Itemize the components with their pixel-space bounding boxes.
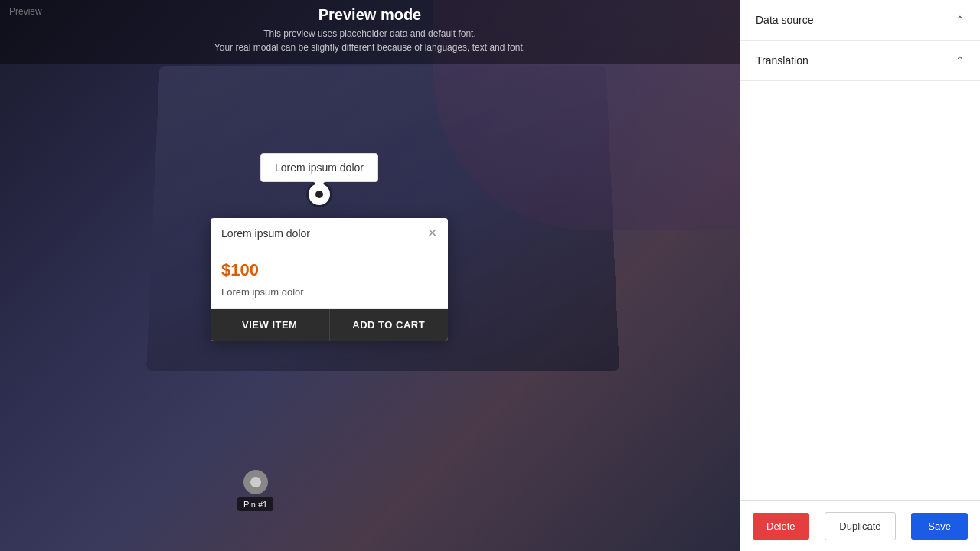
translation-section: Translation ⌃ bbox=[740, 41, 980, 81]
modal-close-icon[interactable]: ✕ bbox=[427, 227, 437, 240]
modal-body: $100 Lorem ipsum dolor bbox=[211, 249, 448, 308]
modal-header: Lorem ipsum dolor ✕ bbox=[211, 218, 448, 249]
save-button[interactable]: Save bbox=[911, 513, 968, 540]
data-source-section: Data source ⌃ bbox=[740, 0, 980, 41]
view-item-button[interactable]: VIEW ITEM bbox=[211, 309, 330, 341]
modal-header-title: Lorem ipsum dolor bbox=[221, 227, 310, 240]
pin-label: Pin #1 bbox=[237, 497, 273, 511]
modal-price: $100 bbox=[221, 260, 437, 280]
translation-chevron-icon: ⌃ bbox=[956, 54, 965, 67]
right-panel: Data source ⌃ Translation ⌃ Delete Dupli… bbox=[740, 0, 980, 551]
modal-footer: VIEW ITEM ADD TO CART bbox=[211, 308, 448, 341]
pin-avatar bbox=[243, 470, 268, 494]
duplicate-button[interactable]: Duplicate bbox=[825, 512, 895, 540]
preview-banner-line1: This preview uses placeholder data and d… bbox=[15, 27, 724, 41]
preview-banner-line2: Your real modal can be slightly differen… bbox=[15, 41, 724, 54]
modal-popup: Lorem ipsum dolor ✕ $100 Lorem ipsum dol… bbox=[211, 218, 448, 341]
preview-banner: Preview mode This preview uses placehold… bbox=[0, 0, 740, 64]
data-source-chevron-icon: ⌃ bbox=[956, 14, 965, 26]
panel-spacer bbox=[740, 81, 980, 500]
tooltip-bubble: Lorem ipsum dolor bbox=[260, 153, 378, 182]
panel-footer: Delete Duplicate Save bbox=[740, 500, 980, 551]
translation-header[interactable]: Translation ⌃ bbox=[740, 41, 980, 80]
tooltip-container: Lorem ipsum dolor bbox=[260, 153, 378, 205]
add-to-cart-button[interactable]: ADD TO CART bbox=[330, 309, 449, 341]
translation-title: Translation bbox=[756, 54, 808, 67]
preview-mode-title: Preview mode bbox=[15, 6, 724, 24]
data-source-title: Data source bbox=[756, 14, 813, 26]
pin-container[interactable]: Pin #1 bbox=[237, 470, 273, 511]
preview-area: Preview Preview mode This preview uses p… bbox=[0, 0, 740, 551]
pin-avatar-shape bbox=[250, 477, 261, 487]
tooltip-text: Lorem ipsum dolor bbox=[275, 161, 364, 174]
data-source-header[interactable]: Data source ⌃ bbox=[740, 0, 980, 40]
hotspot-inner bbox=[315, 191, 323, 198]
delete-button[interactable]: Delete bbox=[753, 513, 809, 540]
modal-description: Lorem ipsum dolor bbox=[221, 286, 437, 298]
